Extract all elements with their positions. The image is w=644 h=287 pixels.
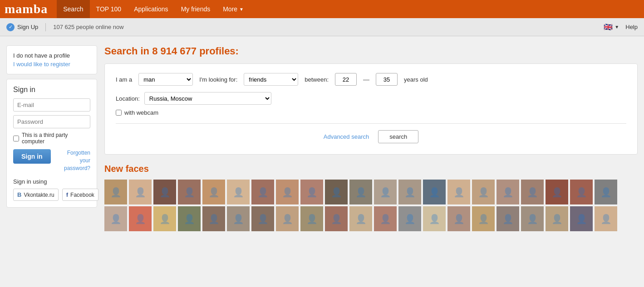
face-thumbnail[interactable]: 👤: [153, 206, 176, 231]
face-thumbnail[interactable]: 👤: [251, 180, 274, 204]
chevron-down-icon: ▼: [239, 7, 244, 12]
face-thumbnail[interactable]: 👤: [276, 180, 299, 204]
face-thumbnail[interactable]: 👤: [497, 206, 519, 231]
flag-icon: 🇬🇧: [604, 23, 613, 31]
face-thumbnail[interactable]: 👤: [325, 206, 348, 231]
face-thumbnail[interactable]: 👤: [227, 180, 250, 204]
face-thumbnail[interactable]: 👤: [546, 206, 568, 231]
face-thumbnail[interactable]: 👤: [349, 206, 372, 231]
nav-more-label: More: [223, 5, 237, 13]
third-party-label: This is a third party computer: [22, 132, 90, 145]
age-max-input[interactable]: [376, 73, 398, 86]
face-thumbnail[interactable]: 👤: [398, 180, 421, 204]
nav-more[interactable]: More ▼: [216, 0, 250, 18]
forgot-password-link[interactable]: Forgotten your password?: [64, 149, 90, 172]
no-profile-box: I do not have a profile I would like to …: [6, 45, 97, 74]
face-thumbnail[interactable]: 👤: [472, 206, 495, 231]
search-button[interactable]: search: [378, 130, 418, 143]
vkontakte-label: Vkontakte.ru: [24, 192, 54, 198]
face-thumbnail[interactable]: 👤: [178, 206, 201, 231]
online-count: 107 625 people online now: [53, 24, 123, 30]
check-icon: ✓: [6, 23, 15, 31]
face-thumbnail[interactable]: 👤: [129, 180, 152, 204]
nav-myfriends[interactable]: My friends: [175, 0, 217, 18]
nav-search[interactable]: Search: [57, 0, 89, 18]
face-thumbnail[interactable]: 👤: [398, 206, 421, 231]
facebook-button[interactable]: f Facebook: [62, 189, 98, 201]
face-thumbnail[interactable]: 👤: [595, 180, 617, 204]
right-controls: 🇬🇧 ▼ Help: [604, 23, 638, 31]
face-thumbnail[interactable]: 👤: [227, 206, 250, 231]
face-thumbnail[interactable]: 👤: [178, 180, 201, 204]
face-thumbnail[interactable]: 👤: [104, 180, 127, 204]
help-button[interactable]: Help: [625, 24, 638, 30]
face-thumbnail[interactable]: 👤: [104, 206, 127, 231]
vkontakte-button[interactable]: В Vkontakte.ru: [13, 189, 59, 201]
search-title: Search in 8 914 677 profiles:: [104, 45, 638, 57]
register-link[interactable]: I would like to register: [13, 61, 70, 68]
face-thumbnail[interactable]: 👤: [521, 206, 544, 231]
face-thumbnail[interactable]: 👤: [423, 206, 446, 231]
webcam-row: with webcam: [116, 109, 626, 116]
search-actions: Advanced search search: [116, 130, 626, 143]
new-faces-title: New faces: [104, 164, 638, 174]
face-thumbnail[interactable]: 👤: [546, 180, 568, 204]
age-min-input[interactable]: [335, 73, 357, 86]
no-profile-text: I do not have a profile: [13, 52, 90, 59]
face-thumbnail[interactable]: 👤: [570, 180, 593, 204]
main-content: I do not have a profile I would like to …: [0, 36, 644, 240]
location-select[interactable]: Russia, Moscow Russia, Saint Petersburg …: [144, 92, 271, 105]
top-navigation: mamba Search TOP 100 Applications My fri…: [0, 0, 644, 18]
search-box: I am a man woman I'm looking for: friend…: [104, 63, 638, 155]
nav-applications[interactable]: Applications: [128, 0, 175, 18]
face-thumbnail[interactable]: 👤: [595, 206, 617, 231]
face-thumbnail[interactable]: 👤: [447, 206, 470, 231]
face-thumbnail[interactable]: 👤: [202, 206, 225, 231]
third-party-row: This is a third party computer: [13, 132, 90, 145]
face-thumbnail[interactable]: 👤: [251, 206, 274, 231]
sidebar: I do not have a profile I would like to …: [6, 45, 97, 231]
signin-button[interactable]: Sign in: [13, 149, 51, 164]
looking-select[interactable]: friends relationship chat: [244, 73, 298, 86]
location-label: Location:: [116, 95, 140, 102]
face-thumbnail[interactable]: 👤: [300, 180, 323, 204]
signin-bottom: Sign in Forgotten your password?: [13, 149, 90, 172]
face-thumbnail[interactable]: 👤: [374, 180, 397, 204]
email-field[interactable]: [13, 98, 90, 112]
face-thumbnail[interactable]: 👤: [570, 206, 593, 231]
location-row: Location: Russia, Moscow Russia, Saint P…: [116, 92, 626, 105]
signup-button[interactable]: ✓ Sign Up: [6, 23, 46, 31]
advanced-search-link[interactable]: Advanced search: [324, 133, 369, 140]
faces-grid: 👤👤👤👤👤👤👤👤👤👤👤👤👤👤👤👤👤👤👤👤👤 👤👤👤👤👤👤👤👤👤👤👤👤👤👤👤👤👤👤…: [104, 180, 638, 231]
faces-row-2: 👤👤👤👤👤👤👤👤👤👤👤👤👤👤👤👤👤👤👤👤👤: [104, 206, 638, 231]
face-thumbnail[interactable]: 👤: [202, 180, 225, 204]
years-old-label: years old: [404, 76, 428, 83]
nav-top100[interactable]: TOP 100: [90, 0, 128, 18]
face-thumbnail[interactable]: 👤: [447, 180, 470, 204]
face-thumbnail[interactable]: 👤: [300, 206, 323, 231]
password-field[interactable]: [13, 115, 90, 128]
age-dash: —: [363, 76, 369, 83]
face-thumbnail[interactable]: 👤: [325, 180, 348, 204]
iam-select[interactable]: man woman: [138, 73, 193, 86]
signin-using-label: Sign in using: [13, 178, 90, 185]
face-thumbnail[interactable]: 👤: [423, 180, 446, 204]
facebook-label: Facebook: [70, 192, 94, 198]
face-thumbnail[interactable]: 👤: [129, 206, 152, 231]
third-party-checkbox[interactable]: [13, 136, 19, 141]
face-thumbnail[interactable]: 👤: [521, 180, 544, 204]
site-logo[interactable]: mamba: [5, 2, 48, 16]
social-buttons: В Vkontakte.ru f Facebook: [13, 189, 90, 201]
face-thumbnail[interactable]: 👤: [472, 180, 495, 204]
face-thumbnail[interactable]: 👤: [497, 180, 519, 204]
face-thumbnail[interactable]: 👤: [349, 180, 372, 204]
webcam-checkbox[interactable]: [116, 110, 122, 116]
language-selector[interactable]: 🇬🇧 ▼: [604, 23, 619, 31]
signin-box: Sign in This is a third party computer S…: [6, 79, 97, 208]
search-divider: [116, 123, 626, 124]
faces-row-1: 👤👤👤👤👤👤👤👤👤👤👤👤👤👤👤👤👤👤👤👤👤: [104, 180, 638, 204]
face-thumbnail[interactable]: 👤: [153, 180, 176, 204]
signup-label: Sign Up: [17, 24, 38, 30]
face-thumbnail[interactable]: 👤: [276, 206, 299, 231]
face-thumbnail[interactable]: 👤: [374, 206, 397, 231]
